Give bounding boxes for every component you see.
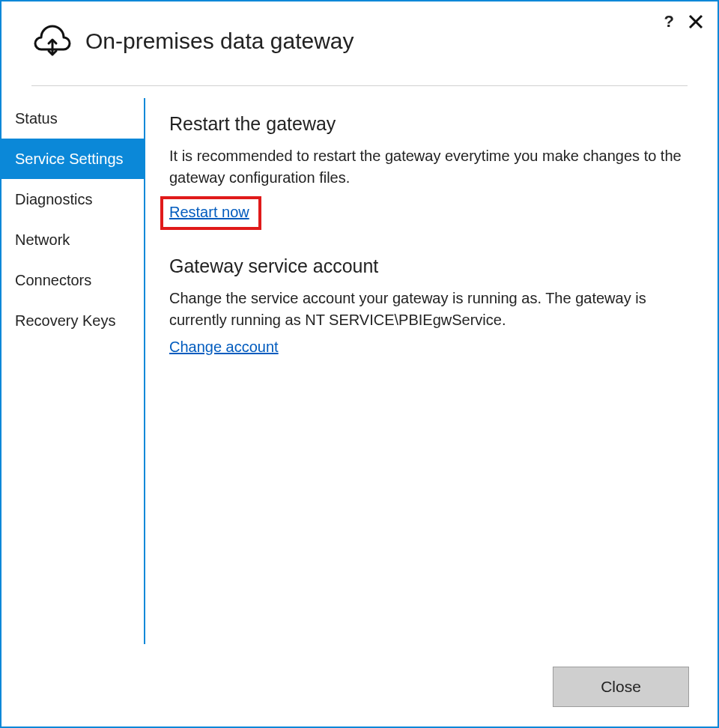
sidebar-item-recovery-keys[interactable]: Recovery Keys: [1, 300, 144, 341]
sidebar-item-connectors[interactable]: Connectors: [1, 260, 144, 300]
close-icon[interactable]: [688, 13, 704, 30]
restart-description: It is recommended to restart the gateway…: [169, 145, 688, 189]
sidebar-item-label: Status: [15, 110, 58, 127]
sidebar-item-label: Network: [15, 231, 70, 248]
window-title: On-premises data gateway: [85, 28, 354, 54]
sidebar-item-network[interactable]: Network: [1, 219, 144, 260]
content-pane: Restart the gateway It is recommended to…: [145, 98, 718, 727]
body: Status Service Settings Diagnostics Netw…: [1, 98, 718, 727]
sidebar: Status Service Settings Diagnostics Netw…: [1, 98, 145, 644]
restart-now-link[interactable]: Restart now: [169, 204, 249, 221]
account-title: Gateway service account: [169, 255, 688, 277]
help-button[interactable]: ?: [664, 12, 674, 31]
titlebar: On-premises data gateway ?: [1, 1, 718, 75]
change-account-link[interactable]: Change account: [169, 339, 279, 356]
divider: [31, 85, 688, 86]
restart-highlight: Restart now: [160, 196, 261, 230]
sidebar-item-label: Connectors: [15, 272, 91, 288]
restart-title: Restart the gateway: [169, 113, 688, 135]
gateway-cloud-icon: [33, 22, 72, 60]
sidebar-item-label: Recovery Keys: [15, 312, 116, 329]
sidebar-item-diagnostics[interactable]: Diagnostics: [1, 179, 144, 219]
sidebar-item-status[interactable]: Status: [1, 98, 144, 139]
titlebar-controls: ?: [664, 12, 704, 31]
footer: Close: [553, 667, 689, 707]
app-window: On-premises data gateway ? Status Servic…: [0, 0, 719, 728]
account-description: Change the service account your gateway …: [169, 288, 688, 331]
sidebar-item-label: Service Settings: [15, 151, 124, 167]
sidebar-item-label: Diagnostics: [15, 191, 92, 207]
close-button[interactable]: Close: [553, 667, 689, 707]
sidebar-item-service-settings[interactable]: Service Settings: [1, 139, 144, 179]
